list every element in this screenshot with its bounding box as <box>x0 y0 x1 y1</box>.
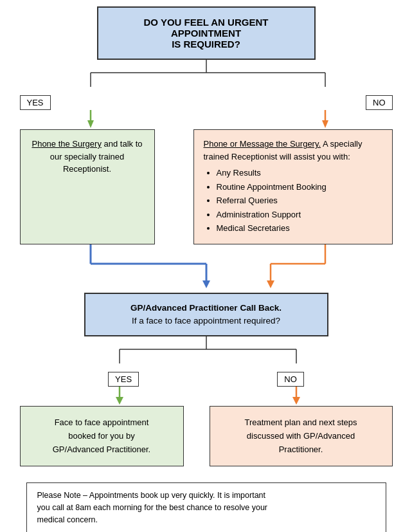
gp-box: GP/Advanced Practitioner Call Back. If a… <box>84 293 328 337</box>
svg-marker-23 <box>292 397 300 405</box>
bottom-right-box: Treatment plan and next steps discussed … <box>210 406 393 466</box>
gp-box-line2: If a face to face appointment required? <box>132 316 280 326</box>
phone-surgery-link[interactable]: Phone the Surgery <box>31 139 101 149</box>
svg-marker-7 <box>322 120 328 128</box>
bottom-arrows <box>20 387 393 406</box>
bottom-left-box: Face to face appointment booked for you … <box>20 406 184 466</box>
bottom-left-text: Face to face appointment booked for you … <box>53 417 150 454</box>
bottom-right-text: Treatment plan and next steps discussed … <box>244 417 357 454</box>
svg-marker-11 <box>202 280 210 288</box>
yes-badge-top: YES <box>20 95 51 110</box>
bullet-secretaries: Medical Secretaries <box>217 222 382 235</box>
svg-marker-21 <box>116 397 123 405</box>
left-urgent-box: Phone the Surgery and talk to our specia… <box>20 129 155 244</box>
bullet-referral: Referral Queries <box>217 194 382 207</box>
bottom-boxes-row: Face to face appointment booked for you … <box>20 406 393 466</box>
svg-marker-15 <box>267 280 274 288</box>
assist-list: Any Results Routine Appointment Booking … <box>204 167 382 235</box>
question-text: DO YOU FEEL AN URGENT APPOINTMENT IS REQ… <box>144 17 269 50</box>
gp-box-line1: GP/Advanced Practitioner Call Back. <box>130 303 282 313</box>
bullet-admin: Administration Support <box>217 208 382 221</box>
no-badge-top: NO <box>366 95 393 110</box>
flowchart: DO YOU FEEL AN URGENT APPOINTMENT IS REQ… <box>13 6 399 532</box>
right-nourgent-box: Phone or Message the Surgery. A speciall… <box>193 129 393 244</box>
no-badge-bottom: NO <box>277 372 304 387</box>
note-box-1: Please Note – Appointments book up very … <box>26 482 386 532</box>
yes-badge-bottom: YES <box>108 372 139 387</box>
gp-split-arrows <box>20 336 393 372</box>
svg-marker-5 <box>87 120 94 128</box>
bullet-routine: Routine Appointment Booking <box>217 181 382 194</box>
yes-no-arrows <box>20 110 393 129</box>
question-box: DO YOU FEEL AN URGENT APPOINTMENT IS REQ… <box>97 6 316 60</box>
middle-arrows <box>20 244 393 293</box>
two-boxes-row: Phone the Surgery and talk to our specia… <box>20 129 393 244</box>
top-split-arrows <box>20 60 393 95</box>
note1-text: Please Note – Appointments book up very … <box>37 491 268 524</box>
notes-section: Please Note – Appointments book up very … <box>26 482 386 532</box>
bullet-results: Any Results <box>217 167 382 179</box>
phone-message-link[interactable]: Phone or Message the Surgery. <box>204 139 321 149</box>
